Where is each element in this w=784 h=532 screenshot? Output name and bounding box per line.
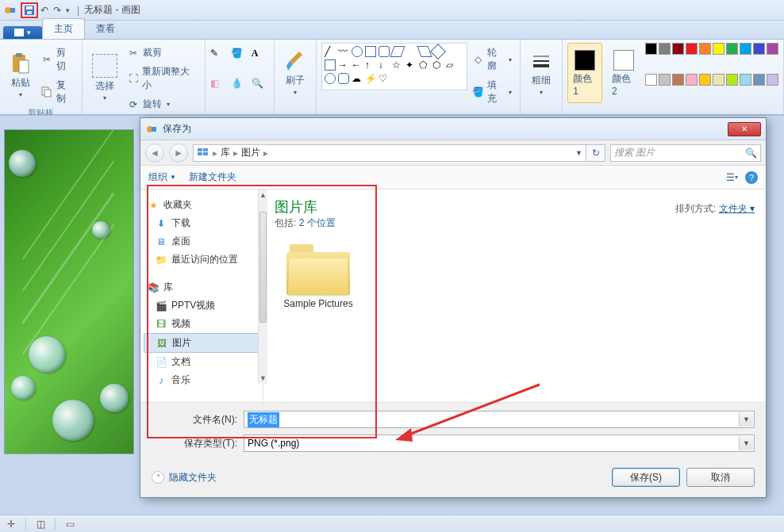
select-button[interactable]: 选择 ▾: [87, 43, 122, 113]
address-bar[interactable]: ▸ 库 ▸ 图片 ▸ ▼: [193, 144, 586, 162]
pencil-tool[interactable]: ✎: [210, 48, 228, 75]
shapes-gallery[interactable]: ╱〰→←↑↓☆✦⬠⬡▱ ☁⚡♡: [321, 43, 467, 90]
color-palette[interactable]: [645, 43, 778, 103]
palette-swatch[interactable]: [672, 43, 684, 55]
tree-pptv[interactable]: 🎬PPTV视频: [144, 297, 259, 315]
palette-swatch[interactable]: [645, 43, 657, 55]
palette-swatch[interactable]: [753, 74, 765, 86]
resize-button[interactable]: ⛶重新调整大小: [124, 63, 200, 94]
palette-swatch[interactable]: [672, 74, 684, 86]
fill-button[interactable]: 🪣填充▾: [469, 77, 515, 107]
tree-libraries[interactable]: 📚库: [144, 278, 259, 297]
dialog-body: ★收藏夹 ⬇下载 🖥桌面 📁最近访问的位置 📚库 🎬PPTV视频 🎞视频 🖼图片…: [140, 189, 766, 402]
palette-swatch[interactable]: [645, 74, 657, 86]
redo-button[interactable]: ↷: [53, 5, 61, 16]
filename-dropdown[interactable]: ▼: [739, 412, 753, 427]
tree-documents[interactable]: 📄文档: [144, 353, 259, 371]
cut-button[interactable]: ✂剪切: [38, 44, 77, 75]
undo-button[interactable]: ↶: [40, 5, 48, 16]
video-icon: 🎞: [155, 318, 167, 331]
quick-save-button[interactable]: [21, 2, 38, 18]
tab-view[interactable]: 查看: [85, 19, 126, 39]
tree-desktop[interactable]: 🖥桌面: [144, 232, 259, 251]
svg-point-0: [5, 7, 11, 13]
forward-icon: ►: [174, 147, 183, 159]
palette-swatch[interactable]: [726, 74, 738, 86]
dialog-app-icon: [145, 123, 158, 136]
color1-button[interactable]: 颜色 1: [567, 43, 602, 103]
back-button[interactable]: ◄: [145, 144, 164, 163]
dialog-fields: 文件名(N): 无标题 ▼ 保存类型(T): PNG (*.png) ▼: [140, 402, 766, 463]
crop-button[interactable]: ✂裁剪: [124, 44, 200, 61]
picker-tool[interactable]: 💧: [231, 78, 248, 104]
tree-music[interactable]: ♪音乐: [144, 371, 259, 389]
color2-button[interactable]: 颜色 2: [607, 43, 640, 103]
text-tool[interactable]: A: [252, 48, 269, 75]
file-tab[interactable]: ▾: [3, 26, 42, 39]
folder-icon: [286, 244, 350, 295]
palette-swatch[interactable]: [699, 43, 711, 55]
save-button[interactable]: 保存(S): [612, 468, 680, 487]
view-button[interactable]: ☰▾: [724, 170, 739, 185]
close-button[interactable]: ✕: [728, 122, 761, 136]
palette-swatch[interactable]: [767, 43, 778, 55]
filetype-select[interactable]: PNG (*.png) ▼: [244, 434, 755, 452]
rotate-button[interactable]: ⟳旋转▾: [124, 96, 200, 113]
tree-pictures[interactable]: 🖼图片: [144, 333, 259, 353]
palette-swatch[interactable]: [686, 43, 698, 55]
group-brush: 刷子 ▾: [275, 40, 317, 114]
zoom-tool[interactable]: 🔍: [252, 78, 269, 104]
filename-input[interactable]: 无标题 ▼: [244, 411, 755, 428]
canvas-image[interactable]: [5, 130, 133, 454]
location-icon: [197, 146, 209, 159]
download-icon: ⬇: [155, 217, 167, 230]
palette-swatch[interactable]: [726, 43, 738, 55]
palette-swatch[interactable]: [740, 43, 751, 55]
palette-swatch[interactable]: [659, 43, 671, 55]
arrange-control: 排列方式: 文件夹 ▾: [675, 202, 755, 216]
refresh-button[interactable]: ↻: [586, 144, 605, 162]
cancel-button[interactable]: 取消: [686, 468, 755, 487]
outline-button[interactable]: ◇轮廓▾: [469, 44, 515, 75]
thickness-button[interactable]: 粗细 ▾: [525, 43, 557, 103]
copy-button[interactable]: 复制: [38, 77, 77, 107]
tree-videos[interactable]: 🎞视频: [144, 315, 259, 333]
palette-swatch[interactable]: [753, 43, 765, 55]
dialog-toolbar: 组织▼ 新建文件夹 ☰▾ ?: [140, 166, 766, 189]
palette-swatch[interactable]: [740, 74, 751, 86]
folder-content[interactable]: 图片库 包括: 2 个位置 排列方式: 文件夹 ▾ Sample Picture…: [263, 189, 766, 402]
folder-item[interactable]: Sample Pictures: [275, 244, 362, 309]
fill-tool[interactable]: 🪣: [231, 48, 248, 75]
dialog-titlebar[interactable]: 保存为 ✕: [140, 118, 766, 140]
eraser-tool[interactable]: ◧: [210, 78, 228, 104]
palette-swatch[interactable]: [659, 74, 671, 86]
hide-folders-toggle[interactable]: ˄ 隐藏文件夹: [152, 471, 217, 484]
paste-button[interactable]: 粘贴 ▾: [5, 43, 37, 107]
palette-swatch[interactable]: [686, 74, 698, 86]
locations-link[interactable]: 2 个位置: [299, 217, 336, 228]
library-subtitle: 包括: 2 个位置: [275, 216, 755, 230]
search-icon: 🔍: [745, 147, 757, 159]
forward-button[interactable]: ►: [169, 144, 188, 163]
filetype-dropdown[interactable]: ▼: [739, 436, 753, 450]
search-input[interactable]: 搜索 图片 🔍: [610, 144, 761, 162]
tree-favorites[interactable]: ★收藏夹: [144, 196, 259, 214]
newfolder-button[interactable]: 新建文件夹: [189, 170, 236, 184]
select-icon: [92, 54, 117, 78]
fill-icon: 🪣: [472, 86, 484, 98]
organize-button[interactable]: 组织▼: [148, 170, 176, 184]
brush-button[interactable]: 刷子 ▾: [279, 43, 311, 103]
palette-swatch[interactable]: [767, 74, 778, 86]
tree-downloads[interactable]: ⬇下载: [144, 214, 259, 232]
dialog-nav: ◄ ► ▸ 库 ▸ 图片 ▸ ▼ ↻ 搜索 图片 🔍: [140, 140, 766, 166]
library-icon: 📚: [147, 281, 159, 294]
ribbon: 粘贴 ▾ ✂剪切 复制 剪贴板 选择 ▾ ✂裁剪 ⛶重新调整大小 ⟳旋转▾: [0, 40, 784, 115]
arrange-link[interactable]: 文件夹 ▾: [719, 203, 755, 214]
tree-recent[interactable]: 📁最近访问的位置: [144, 251, 259, 269]
qat-customize[interactable]: ▾: [66, 6, 70, 14]
help-button[interactable]: ?: [745, 171, 758, 184]
palette-swatch[interactable]: [699, 74, 711, 86]
palette-swatch[interactable]: [713, 43, 724, 55]
palette-swatch[interactable]: [713, 74, 724, 86]
tab-home[interactable]: 主页: [42, 18, 85, 39]
